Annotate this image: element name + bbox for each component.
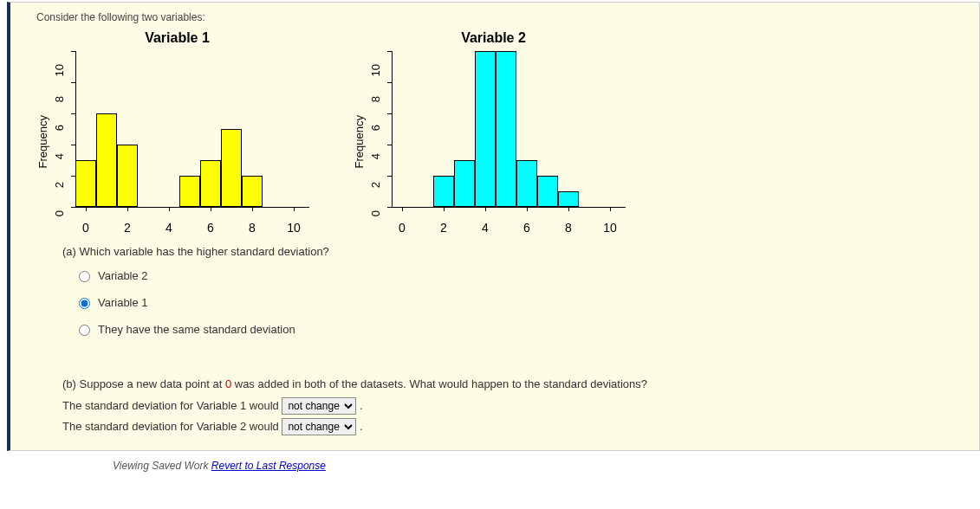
select-variable-1-change[interactable]: not change <box>282 397 356 415</box>
question-container: Consider the following two variables: Va… <box>7 2 980 451</box>
viewing-label: Viewing Saved Work <box>113 460 211 472</box>
x-axis <box>67 207 318 217</box>
bar <box>475 51 496 207</box>
radio-label: Variable 2 <box>98 269 148 282</box>
x-axis-labels: 0 2 4 6 8 10 <box>67 217 318 233</box>
y-axis-label: Frequency <box>353 115 366 168</box>
bar <box>558 191 579 207</box>
bar <box>496 51 516 207</box>
radio-input[interactable] <box>79 271 90 282</box>
radio-option-variable-1[interactable]: Variable 1 <box>75 290 967 314</box>
chart-variable-1: Variable 1 Frequency 10 8 6 4 2 0 <box>36 30 318 233</box>
radio-label: Variable 1 <box>98 296 148 309</box>
bar <box>433 176 454 207</box>
chart-title: Variable 2 <box>461 30 526 46</box>
radio-label: They have the same standard deviation <box>98 323 295 336</box>
chart-variable-2: Variable 2 Frequency 10 8 6 4 2 0 <box>353 30 634 233</box>
part-b-intro: (b) Suppose a new data point at 0 was ad… <box>62 374 967 396</box>
part-b: (b) Suppose a new data point at 0 was ad… <box>62 374 967 438</box>
bar <box>200 160 221 207</box>
charts-row: Variable 1 Frequency 10 8 6 4 2 0 <box>36 30 967 233</box>
x-axis <box>383 207 634 217</box>
bar <box>516 160 537 207</box>
bar <box>221 129 242 207</box>
radio-input[interactable] <box>79 325 90 336</box>
y-axis-ticks: 10 8 6 4 2 0 <box>53 64 65 220</box>
revert-link[interactable]: Revert to Last Response <box>211 460 326 472</box>
plot-area <box>67 51 318 207</box>
bar <box>75 160 96 207</box>
part-b-line-1: The standard deviation for Variable 1 wo… <box>62 396 967 417</box>
radio-option-same[interactable]: They have the same standard deviation <box>75 317 967 341</box>
bar <box>242 176 263 207</box>
y-axis-ticks: 10 8 6 4 2 0 <box>369 64 381 220</box>
saved-work-footer: Viewing Saved Work Revert to Last Respon… <box>113 460 980 472</box>
bar <box>454 160 475 207</box>
bar <box>117 145 138 207</box>
bar <box>179 176 200 207</box>
part-a-label: (a) Which variable has the higher standa… <box>62 245 967 258</box>
part-b-line-2: The standard deviation for Variable 2 wo… <box>62 416 967 438</box>
plot-area <box>383 51 634 207</box>
select-variable-2-change[interactable]: not change <box>282 418 356 435</box>
y-axis-label: Frequency <box>36 115 49 168</box>
bar <box>537 176 558 207</box>
x-axis-labels: 0 2 4 6 8 10 <box>383 217 634 233</box>
bar <box>96 113 117 207</box>
radio-option-variable-2[interactable]: Variable 2 <box>75 263 967 287</box>
radio-input[interactable] <box>79 298 90 309</box>
part-a: (a) Which variable has the higher standa… <box>62 245 967 341</box>
chart-title: Variable 1 <box>145 30 210 46</box>
question-prompt: Consider the following two variables: <box>36 11 967 23</box>
